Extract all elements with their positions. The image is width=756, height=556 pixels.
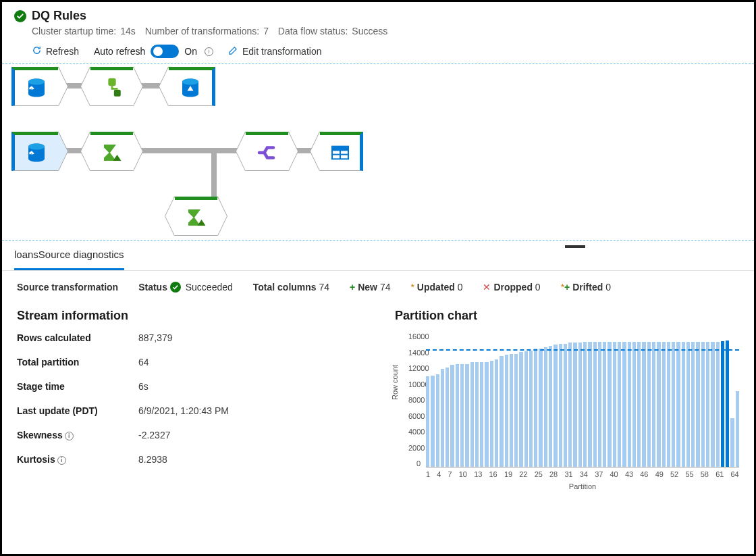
chart-bar <box>534 349 537 467</box>
chart-bar <box>583 342 587 467</box>
chart-bar <box>652 342 655 467</box>
info-icon[interactable]: i <box>57 456 66 465</box>
chart-bar <box>495 359 498 467</box>
chart-bar <box>682 342 685 467</box>
chart-bar <box>554 345 557 467</box>
chart-bar <box>691 342 695 467</box>
chart-bar <box>505 355 508 467</box>
refresh-icon <box>32 45 42 57</box>
chart-bar <box>706 342 709 467</box>
header-meta: Cluster startup time:14s Number of trans… <box>32 26 742 36</box>
branch-icon <box>99 75 125 101</box>
sigma-icon <box>99 140 125 166</box>
toggle-switch-icon <box>151 45 179 58</box>
database-icon <box>24 140 49 166</box>
chart-bar <box>510 354 513 467</box>
dataflow-canvas[interactable] <box>2 64 754 240</box>
chart-bar <box>539 349 542 467</box>
chart-bar <box>608 342 611 467</box>
chart-bar <box>613 342 616 467</box>
chart-bar <box>721 341 724 467</box>
chart-bar <box>475 362 479 467</box>
chart-bar <box>628 342 631 467</box>
chart-bar <box>696 342 699 467</box>
chart-bar <box>426 376 429 467</box>
chart-bar <box>470 362 474 467</box>
chart-bar <box>568 343 572 467</box>
chart-bar <box>657 342 660 467</box>
database-sink-icon <box>178 75 203 101</box>
chart-bar <box>450 365 454 467</box>
node-source1[interactable] <box>11 67 59 106</box>
chart-bar <box>519 352 522 467</box>
node-split[interactable] <box>245 132 289 171</box>
chart-bar <box>667 342 670 467</box>
chart-bar <box>465 364 468 467</box>
edit-transformation-button[interactable]: Edit transformation <box>228 45 322 57</box>
chart-bar <box>578 343 582 467</box>
chart-bar <box>436 374 439 467</box>
chart-bar <box>701 342 705 467</box>
chart-bar <box>686 342 690 467</box>
chart-bar <box>460 364 464 467</box>
chart-bar <box>711 342 714 467</box>
chart-bar <box>446 368 449 467</box>
success-check-icon <box>14 10 26 22</box>
chart-bar <box>431 376 434 467</box>
svg-point-1 <box>28 79 45 85</box>
chart-bar <box>564 344 567 467</box>
chart-bar <box>642 342 645 467</box>
database-icon <box>24 75 49 101</box>
chart-bar <box>593 342 597 467</box>
info-icon[interactable]: i <box>205 47 213 56</box>
chart-bar <box>647 342 651 467</box>
resize-handle[interactable] <box>565 245 585 248</box>
chart-bar <box>441 369 444 467</box>
chart-bar <box>573 343 576 467</box>
success-check-icon <box>170 282 181 293</box>
pencil-icon <box>228 45 238 57</box>
split-icon <box>254 140 280 166</box>
chart-bar <box>618 342 621 467</box>
auto-refresh-toggle[interactable]: Auto refresh On i <box>94 45 213 58</box>
chart-bar <box>480 362 483 467</box>
chart-bar <box>456 364 459 467</box>
node-loanssource[interactable] <box>11 132 59 171</box>
svg-point-4 <box>182 79 198 85</box>
chart-bar <box>726 340 729 467</box>
node-transform1[interactable] <box>90 67 134 106</box>
chart-bar <box>637 342 641 467</box>
chart-bar <box>549 346 552 467</box>
info-icon[interactable]: i <box>65 432 74 440</box>
stream-info-title: Stream information <box>17 309 368 323</box>
chart-bar <box>529 351 533 467</box>
chart-bar <box>500 356 503 467</box>
node-sink2[interactable] <box>319 132 363 171</box>
node-aggregate2[interactable] <box>174 197 218 236</box>
chart-bar <box>524 351 528 467</box>
chart-bar <box>485 362 488 467</box>
chart-bar <box>632 342 636 467</box>
chart-bar <box>736 391 739 467</box>
chart-bar <box>544 347 547 467</box>
sigma-icon <box>184 205 209 230</box>
refresh-button[interactable]: Refresh <box>32 45 79 57</box>
svg-point-5 <box>28 144 45 150</box>
node-sink1[interactable] <box>168 67 215 106</box>
chart-bar <box>490 361 493 467</box>
chart-bar <box>603 342 606 467</box>
chart-bar <box>622 342 626 467</box>
chart-bar <box>662 342 666 467</box>
chart-bar <box>730 418 734 467</box>
node-aggregate1[interactable] <box>90 132 134 171</box>
page-title: DQ Rules <box>32 9 86 23</box>
svg-rect-3 <box>113 90 120 97</box>
tab-diagnostics[interactable]: loansSource diagnostics <box>14 241 124 270</box>
chart-bar <box>514 354 518 467</box>
table-icon <box>327 140 353 166</box>
svg-rect-2 <box>108 78 115 86</box>
chart-bar <box>588 342 591 467</box>
chart-bar <box>598 342 601 467</box>
status-strip: Source transformation Status Succeeded T… <box>2 271 754 303</box>
partition-chart-title: Partition chart <box>395 309 739 323</box>
